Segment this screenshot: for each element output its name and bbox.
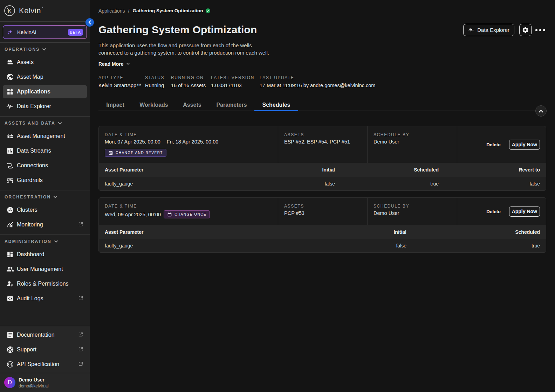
svg-text:K: K xyxy=(8,8,12,14)
